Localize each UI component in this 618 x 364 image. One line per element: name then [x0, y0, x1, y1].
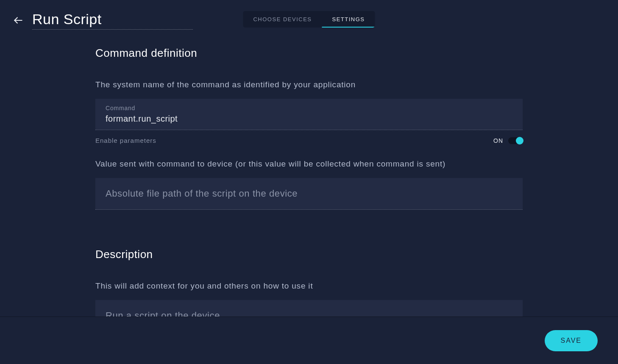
command-input-container[interactable]: Command [95, 99, 523, 130]
enable-parameters-row: Enable parameters ON [95, 137, 523, 144]
back-button[interactable] [13, 15, 24, 26]
section-title-command-definition: Command definition [95, 47, 523, 60]
tab-settings[interactable]: SETTINGS [322, 11, 375, 28]
save-button[interactable]: SAVE [545, 330, 598, 351]
tab-choose-devices[interactable]: CHOOSE DEVICES [243, 11, 322, 28]
value-input[interactable] [106, 188, 512, 199]
toggle-knob-icon [516, 137, 523, 144]
value-input-container[interactable] [95, 178, 523, 210]
command-input-label: Command [106, 105, 512, 111]
section-title-description: Description [95, 248, 523, 261]
footer-bar: SAVE [0, 317, 618, 364]
value-subtitle: Value sent with command to device (or th… [95, 159, 523, 169]
description-subtitle: This will add context for you and others… [95, 281, 523, 291]
enable-parameters-control: ON [493, 137, 523, 144]
header: Run Script CHOOSE DEVICES SETTINGS [0, 0, 618, 34]
enable-parameters-state: ON [493, 137, 503, 144]
enable-parameters-label: Enable parameters [95, 137, 156, 144]
page-title[interactable]: Run Script [32, 11, 193, 30]
command-input[interactable] [106, 114, 512, 124]
content-area: Command definition The system name of th… [0, 34, 618, 364]
tab-bar: CHOOSE DEVICES SETTINGS [243, 11, 375, 28]
enable-parameters-toggle[interactable] [508, 137, 523, 144]
command-definition-subtitle: The system name of the command as identi… [95, 80, 523, 89]
back-arrow-icon [13, 15, 24, 26]
